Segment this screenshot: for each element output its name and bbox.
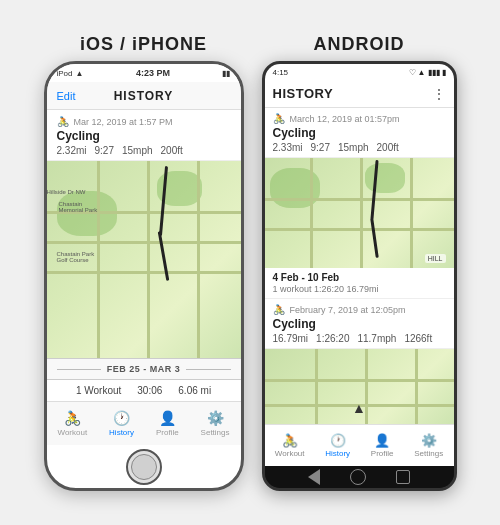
android-recents-button[interactable] — [396, 470, 410, 484]
map-road-v3 — [197, 161, 200, 358]
android-battery-icon: ▮ — [442, 68, 446, 77]
android-heart-icon: ♡ — [409, 68, 416, 77]
ios-workout-stats: 2.32mi 9:27 15mph 200ft — [57, 145, 231, 156]
ios-week-workouts: 1 Workout — [76, 385, 121, 396]
android-workout-tab-icon: 🚴 — [282, 433, 298, 448]
divider-line-right — [186, 369, 230, 370]
android-workout1-stats: 2.33mi 9:27 15mph 200ft — [273, 142, 446, 153]
android-map1-label: HILL — [425, 254, 446, 263]
android-status-bar: 4:15 ♡ ▲ ▮▮▮ ▮ — [265, 64, 454, 80]
ios-map-bg: ChastainMemorial Park Chastain ParkGolf … — [47, 161, 241, 358]
android-map2: ▲ — [265, 349, 454, 424]
android-bottom-bar — [265, 466, 454, 488]
ios-tab-settings-label: Settings — [201, 428, 230, 437]
ios-phone: iPod ▲ 4:23 PM ▮▮ Edit HISTORY 🚴 — [44, 61, 244, 491]
ios-week-summary: 1 Workout 30:06 6.06 mi — [47, 380, 241, 401]
android-column: ANDROID 4:15 ♡ ▲ ▮▮▮ ▮ HISTORY ⋮ — [262, 34, 457, 491]
ios-workout-type: Cycling — [57, 129, 231, 143]
android-week-section: 4 Feb - 10 Feb 1 workout 1:26:20 16.79mi — [265, 268, 454, 299]
android-bike-icon2: 🚴 — [273, 304, 285, 315]
android-workout1-type: Cycling — [273, 126, 446, 140]
android-menu-button[interactable]: ⋮ — [432, 86, 446, 102]
ios-workout-entry: 🚴 Mar 12, 2019 at 1:57 PM Cycling 2.32mi… — [47, 110, 241, 161]
android-home-button[interactable] — [350, 469, 366, 485]
ios-status-right: ▮▮ — [222, 69, 230, 78]
divider-line-left — [57, 369, 101, 370]
ios-workout-date: Mar 12, 2019 at 1:57 PM — [74, 117, 173, 127]
ios-elevation: 200ft — [161, 145, 183, 156]
android-map1: HILL — [265, 158, 454, 268]
ios-map: ChastainMemorial Park Chastain ParkGolf … — [47, 161, 241, 358]
android-workout2-stats: 16.79mi 1:26:20 11.7mph 1266ft — [273, 333, 446, 344]
android-profile-tab-icon: 👤 — [374, 433, 390, 448]
ios-edit-button[interactable]: Edit — [57, 90, 76, 102]
ios-week-time: 30:06 — [137, 385, 162, 396]
ios-tab-profile[interactable]: 👤 Profile — [156, 410, 179, 437]
android-settings-tab-icon: ⚙️ — [421, 433, 437, 448]
android-tab-workout[interactable]: 🚴 Workout — [275, 430, 305, 461]
ios-settings-icon: ⚙️ — [207, 410, 224, 426]
android-w1-time: 9:27 — [311, 142, 330, 153]
android-w2-distance: 16.79mi — [273, 333, 309, 344]
android-content: 🚴 March 12, 2019 at 01:57pm Cycling 2.33… — [265, 108, 454, 424]
android-tab-settings[interactable]: ⚙️ Settings — [414, 430, 443, 461]
android-workout1-date: March 12, 2019 at 01:57pm — [290, 114, 400, 124]
ios-speed: 15mph — [122, 145, 153, 156]
android-w1-speed: 15mph — [338, 142, 369, 153]
ios-history-icon: 🕐 — [113, 410, 130, 426]
a-road-v1 — [310, 158, 313, 268]
map-road-h2 — [47, 241, 241, 244]
android-route1b — [370, 218, 379, 258]
android-tab-profile-label: Profile — [371, 449, 394, 458]
android-tab-history[interactable]: 🕐 History — [325, 430, 350, 461]
android-week-range: 4 Feb - 10 Feb — [273, 272, 446, 283]
ios-week-distance: 6.06 mi — [178, 385, 211, 396]
android-w2-speed: 11.7mph — [357, 333, 396, 344]
android-w1-distance: 2.33mi — [273, 142, 303, 153]
ios-tab-history-label: History — [109, 428, 134, 437]
android-workout2-date-row: 🚴 February 7, 2019 at 12:05pm — [273, 304, 446, 315]
map-label-road1: Hillside Dr NW — [47, 189, 86, 195]
android-w1-elevation: 200ft — [377, 142, 399, 153]
ios-home-button[interactable] — [126, 449, 162, 485]
android-workout2-type: Cycling — [273, 317, 446, 331]
ios-battery-icon: ▮▮ — [222, 69, 230, 78]
android-map1-bg: HILL — [265, 158, 454, 268]
android-status-icons: ♡ ▲ ▮▮▮ ▮ — [409, 68, 446, 77]
android-bike-icon1: 🚴 — [273, 113, 285, 124]
ios-tab-bar: 🚴 Workout 🕐 History 👤 Profile ⚙️ Setting… — [47, 401, 241, 445]
android-tab-profile[interactable]: 👤 Profile — [371, 430, 394, 461]
ios-week-range: FEB 25 - MAR 3 — [107, 364, 181, 374]
android-w2-time: 1:26:20 — [316, 333, 349, 344]
map-road-v2 — [147, 161, 150, 358]
ios-nav-bar: Edit HISTORY — [47, 82, 241, 110]
android-map2-bg: ▲ — [265, 349, 454, 424]
ios-ipod-text: iPod — [57, 69, 73, 78]
ios-status-left: iPod ▲ — [57, 69, 84, 78]
ios-tab-profile-label: Profile — [156, 428, 179, 437]
android-time: 4:15 — [273, 68, 289, 77]
ios-time: 4:23 PM — [136, 68, 170, 78]
android-back-button[interactable] — [308, 469, 320, 485]
ios-tab-settings[interactable]: ⚙️ Settings — [201, 410, 230, 437]
android-map2-arrow: ▲ — [352, 400, 366, 416]
android-workout2-date: February 7, 2019 at 12:05pm — [290, 305, 406, 315]
ios-content: 🚴 Mar 12, 2019 at 1:57 PM Cycling 2.32mi… — [47, 110, 241, 401]
a-road-v3 — [410, 158, 413, 268]
android-tab-bar: 🚴 Workout 🕐 History 👤 Profile ⚙️ Setting… — [265, 424, 454, 466]
android-workout-entry1: 🚴 March 12, 2019 at 01:57pm Cycling 2.33… — [265, 108, 454, 158]
a2-road-v3 — [415, 349, 418, 424]
android-nav-bar: HISTORY ⋮ — [265, 80, 454, 108]
android-park2 — [365, 163, 405, 193]
ios-home-inner — [131, 454, 157, 480]
android-tab-history-label: History — [325, 449, 350, 458]
map-label-park1: ChastainMemorial Park — [59, 201, 98, 213]
ios-tab-workout-label: Workout — [57, 428, 87, 437]
ios-tab-workout[interactable]: 🚴 Workout — [57, 410, 87, 437]
map-label-park2: Chastain ParkGolf Course — [57, 251, 95, 263]
android-wifi-icon: ▲ — [418, 68, 426, 77]
ios-tab-history[interactable]: 🕐 History — [109, 410, 134, 437]
ios-week-divider: FEB 25 - MAR 3 — [47, 358, 241, 380]
a-road-v2 — [360, 158, 363, 268]
ios-label: iOS / iPHONE — [80, 34, 207, 55]
